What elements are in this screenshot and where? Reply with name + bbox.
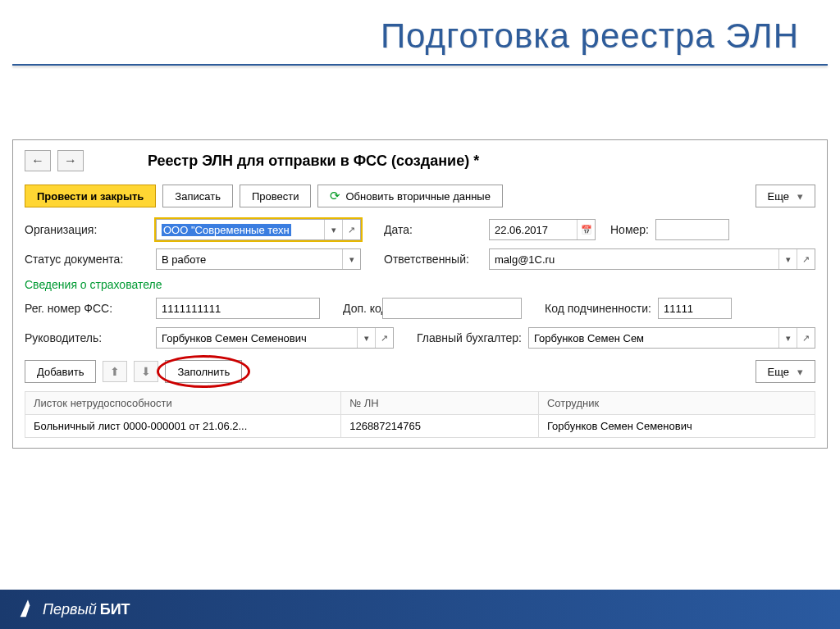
status-dropdown-icon[interactable]: ▾: [342, 249, 360, 269]
slide-title: Подготовка реестра ЭЛН: [0, 0, 840, 64]
add-button[interactable]: Добавить: [25, 360, 96, 383]
accountant-dropdown-icon[interactable]: ▾: [778, 328, 797, 348]
manager-label: Руководитель:: [25, 331, 149, 344]
cell-number: 126887214765: [341, 415, 539, 438]
title-underline: [12, 64, 828, 66]
sub-code-label: Код подчиненности:: [545, 302, 651, 315]
data-table: Листок нетрудоспособности № ЛН Сотрудник…: [25, 391, 815, 438]
cell-sheet: Больничный лист 0000-000001 от 21.06.2..…: [25, 415, 341, 438]
row-manager: Руководитель: Горбунков Семен Семенович …: [25, 327, 815, 349]
move-down-button[interactable]: ⬇: [134, 361, 158, 382]
refresh-icon: ⟳: [330, 189, 340, 203]
table-toolbar: Добавить ⬆ ⬇ Заполнить Еще: [25, 360, 815, 383]
move-up-button[interactable]: ⬆: [103, 361, 127, 382]
nav-row: ← → Реестр ЭЛН для отправки в ФСС (созда…: [25, 150, 815, 171]
accountant-value: Горбунков Семен Сем: [529, 332, 778, 344]
responsible-label: Ответственный:: [384, 253, 482, 266]
forward-button[interactable]: →: [57, 150, 84, 171]
cell-employee: Горбунков Семен Семенович: [538, 415, 815, 438]
manager-open-icon[interactable]: ↗: [375, 328, 393, 348]
number-label: Номер:: [610, 223, 649, 236]
number-input[interactable]: [655, 219, 729, 240]
logo-icon: [16, 598, 39, 621]
responsible-dropdown-icon[interactable]: ▾: [778, 249, 797, 269]
save-button[interactable]: Записать: [162, 185, 233, 207]
col-employee[interactable]: Сотрудник: [538, 392, 815, 415]
back-button[interactable]: ←: [25, 150, 51, 171]
org-value: ООО "Современные техн: [157, 224, 324, 236]
fill-button[interactable]: Заполнить: [165, 360, 242, 383]
col-number[interactable]: № ЛН: [341, 392, 539, 415]
manager-input[interactable]: Горбунков Семен Семенович ▾ ↗: [156, 327, 394, 349]
manager-value: Горбунков Семен Семенович: [157, 332, 357, 344]
reg-fss-input[interactable]: 1111111111: [156, 298, 320, 319]
org-label: Организация:: [25, 223, 149, 236]
date-label: Дата:: [384, 223, 482, 236]
footer: ПервыйБИТ: [0, 590, 840, 629]
accountant-label: Главный бухгалтер:: [417, 331, 522, 344]
date-value: 22.06.2017: [490, 224, 577, 236]
add-code-input[interactable]: [382, 298, 522, 319]
submit-close-button[interactable]: Провести и закрыть: [25, 185, 156, 207]
footer-brand1: Первый: [43, 601, 97, 618]
row-reg-fss: Рег. номер ФСС: 1111111111 Доп. код: Код…: [25, 298, 815, 319]
more-button[interactable]: Еще: [756, 185, 815, 207]
status-value: В работе: [157, 253, 342, 266]
sub-code-value: 11111: [659, 303, 731, 315]
date-input[interactable]: 22.06.2017 📅: [489, 219, 596, 240]
col-sheet[interactable]: Листок нетрудоспособности: [25, 392, 341, 415]
fill-highlight: Заполнить: [165, 360, 242, 383]
submit-button[interactable]: Провести: [240, 185, 312, 207]
footer-logo: ПервыйБИТ: [16, 598, 130, 621]
form-window: ← → Реестр ЭЛН для отправки в ФСС (созда…: [12, 139, 828, 449]
footer-brand2: БИТ: [100, 601, 130, 618]
row-status: Статус документа: В работе ▾ Ответственн…: [25, 248, 815, 270]
section-insurer-header: Сведения о страхователе: [25, 278, 815, 291]
status-input[interactable]: В работе ▾: [156, 248, 361, 270]
table-header-row: Листок нетрудоспособности № ЛН Сотрудник: [25, 392, 815, 415]
add-code-label: Доп. код:: [343, 302, 376, 315]
refresh-button[interactable]: ⟳ Обновить вторичные данные: [317, 185, 503, 207]
accountant-open-icon[interactable]: ↗: [797, 328, 815, 348]
org-input[interactable]: ООО "Современные техн ▾ ↗: [156, 219, 361, 240]
reg-fss-value: 1111111111: [157, 303, 319, 315]
accountant-input[interactable]: Горбунков Семен Сем ▾ ↗: [528, 327, 815, 349]
responsible-value: malg@1C.ru: [490, 253, 778, 266]
org-dropdown-icon[interactable]: ▾: [324, 220, 342, 239]
calendar-icon[interactable]: 📅: [577, 220, 595, 239]
refresh-label: Обновить вторичные данные: [345, 190, 491, 203]
sub-code-input[interactable]: 11111: [658, 298, 732, 319]
manager-dropdown-icon[interactable]: ▾: [357, 328, 375, 348]
org-open-icon[interactable]: ↗: [342, 220, 360, 239]
reg-fss-label: Рег. номер ФСС:: [25, 302, 149, 315]
table-row[interactable]: Больничный лист 0000-000001 от 21.06.2..…: [25, 415, 815, 438]
window-title: Реестр ЭЛН для отправки в ФСС (создание)…: [148, 153, 479, 170]
row-organization: Организация: ООО "Современные техн ▾ ↗ Д…: [25, 219, 815, 240]
status-label: Статус документа:: [25, 253, 149, 266]
responsible-open-icon[interactable]: ↗: [797, 249, 815, 269]
main-toolbar: Провести и закрыть Записать Провести ⟳ О…: [25, 185, 815, 207]
responsible-input[interactable]: malg@1C.ru ▾ ↗: [489, 248, 815, 270]
table-more-button[interactable]: Еще: [756, 360, 815, 383]
